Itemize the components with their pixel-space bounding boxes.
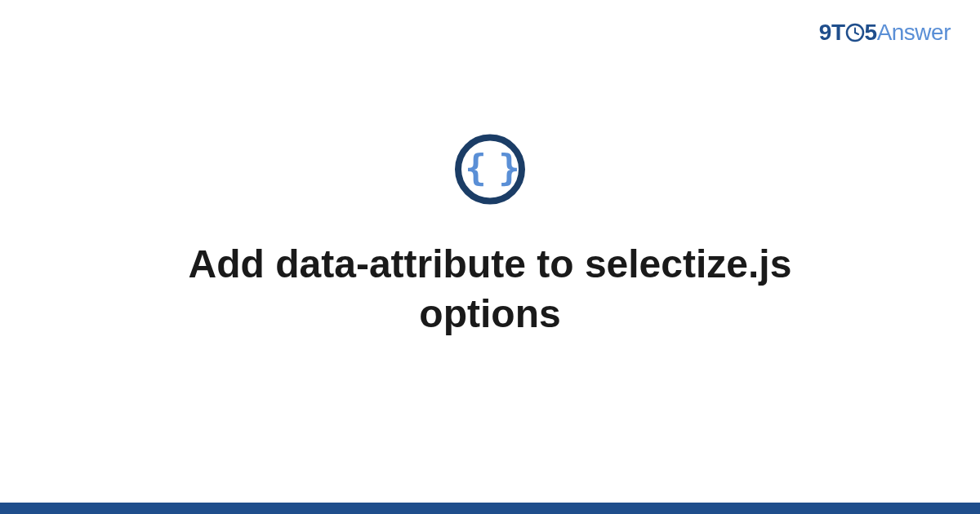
footer-accent-bar bbox=[0, 503, 980, 514]
page-title: Add data-attribute to selectize.js optio… bbox=[122, 238, 858, 339]
logo-text-prefix: 9T bbox=[819, 20, 845, 45]
logo-text-middle: 5 bbox=[865, 20, 877, 45]
main-content: { } Add data-attribute to selectize.js o… bbox=[0, 134, 980, 339]
svg-line-2 bbox=[855, 33, 858, 34]
category-icon-circle: { } bbox=[455, 134, 525, 204]
code-braces-icon: { } bbox=[465, 149, 514, 185]
logo-text-suffix: Answer bbox=[877, 20, 951, 45]
site-logo: 9T5Answer bbox=[819, 20, 951, 46]
clock-icon bbox=[845, 23, 865, 42]
